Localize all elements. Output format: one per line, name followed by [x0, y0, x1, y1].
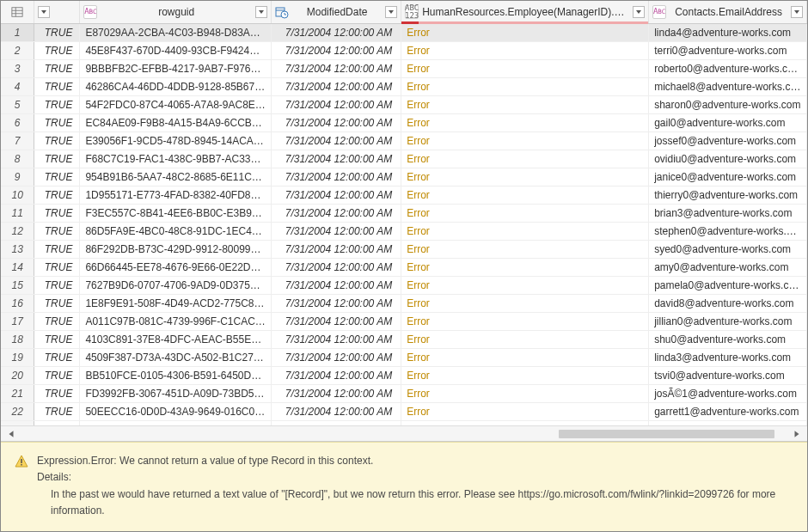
cell-email[interactable]: thierry0@adventure-works.com — [649, 186, 807, 204]
cell-modifieddate[interactable]: 7/31/2004 12:00:00 AM — [272, 366, 401, 384]
cell-bool[interactable]: TRUE — [34, 113, 80, 131]
cell-rowguid[interactable]: EC84AE09-F9B8-4A15-B4A9-6CCBAB919… — [80, 113, 272, 131]
cell-email[interactable]: garrett1@adventure-works.com — [649, 402, 807, 420]
cell-rowguid[interactable]: A011C97B-081C-4739-996F-C1CAC4532F… — [80, 312, 272, 330]
row-number-cell[interactable]: 20 — [1, 366, 34, 384]
cell-email[interactable]: brian3@adventure-works.com — [649, 204, 807, 222]
row-number-cell[interactable]: 15 — [1, 276, 34, 294]
cell-title[interactable]: Error — [401, 95, 649, 113]
cell-bool[interactable]: TRUE — [34, 348, 80, 366]
table-row[interactable]: 7TRUEE39056F1-9CD5-478D-8945-14ACA7FBD…7… — [1, 131, 807, 150]
row-number-cell[interactable]: 8 — [1, 150, 34, 168]
cell-email[interactable]: ovidiu0@adventure-works.com — [649, 150, 807, 168]
cell-bool[interactable]: TRUE — [34, 131, 80, 150]
row-number-cell[interactable]: 17 — [1, 312, 34, 330]
cell-email[interactable]: jossef0@adventure-works.com — [649, 131, 807, 150]
table-row[interactable]: 17TRUEA011C97B-081C-4739-996F-C1CAC4532F… — [1, 312, 807, 330]
table-row[interactable]: 8TRUEF68C7C19-FAC1-438C-9BB7-AC33FCC34…7… — [1, 150, 807, 168]
cell-title[interactable]: Error — [401, 258, 649, 276]
table-row[interactable]: 16TRUE1E8F9E91-508F-4D49-ACD2-775C836030… — [1, 294, 807, 312]
cell-bool[interactable]: TRUE — [34, 366, 80, 384]
cell-modifieddate[interactable]: 7/31/2004 12:00:00 AM — [272, 131, 401, 150]
row-number-cell[interactable]: 4 — [1, 77, 34, 95]
scroll-right-icon[interactable] — [790, 428, 804, 440]
cell-modifieddate[interactable]: 7/31/2004 12:00:00 AM — [272, 258, 401, 276]
cell-title[interactable]: Error — [401, 186, 649, 204]
cell-title[interactable]: Error — [401, 204, 649, 222]
cell-email[interactable]: pamela0@adventure-works.com — [649, 276, 807, 294]
filter-dropdown-icon[interactable] — [255, 6, 267, 18]
table-row[interactable]: 4TRUE46286CA4-46DD-4DDB-9128-85B67E98D…7… — [1, 77, 807, 95]
row-number-cell[interactable]: 6 — [1, 113, 34, 131]
cell-email[interactable]: linda3@adventure-works.com — [649, 348, 807, 366]
cell-rowguid[interactable]: F68C7C19-FAC1-438C-9BB7-AC33FCC34… — [80, 150, 272, 168]
cell-rowguid[interactable]: E39056F1-9CD5-478D-8945-14ACA7FBD… — [80, 131, 272, 150]
cell-email[interactable]: syed0@adventure-works.com — [649, 240, 807, 258]
cell-bool[interactable]: TRUE — [34, 41, 80, 59]
cell-rowguid[interactable]: FD3992FB-3067-451D-A09D-73BD53C0F… — [80, 384, 272, 402]
table-row[interactable]: 18TRUE4103C891-37E8-4DFC-AEAC-B55E2BC1B…… — [1, 330, 807, 348]
row-number-cell[interactable]: 5 — [1, 95, 34, 113]
cell-email[interactable]: terri0@adventure-works.com — [649, 41, 807, 59]
cell-rowguid[interactable]: 4509F387-D73A-43DC-A502-B1C27AA1D… — [80, 348, 272, 366]
cell-title[interactable]: Error — [401, 59, 649, 77]
cell-bool[interactable]: TRUE — [34, 150, 80, 168]
cell-modifieddate[interactable]: 7/31/2004 12:00:00 AM — [272, 23, 401, 41]
table-row[interactable]: 21TRUEFD3992FB-3067-451D-A09D-73BD53C0F…… — [1, 384, 807, 402]
scroll-thumb[interactable] — [559, 430, 774, 438]
cell-title[interactable]: Error — [401, 240, 649, 258]
cell-email[interactable]: michael8@adventure-works.com — [649, 77, 807, 95]
cell-rowguid[interactable]: 1D955171-E773-4FAD-8382-40FD898D5… — [80, 186, 272, 204]
cell-title[interactable]: Error — [401, 330, 649, 348]
filter-dropdown-icon[interactable] — [633, 6, 645, 18]
cell-modifieddate[interactable]: 7/31/2004 12:00:00 AM — [272, 150, 401, 168]
cell-title[interactable]: Error — [401, 384, 649, 402]
cell-email[interactable]: shu0@adventure-works.com — [649, 330, 807, 348]
cell-email[interactable]: gail0@adventure-works.com — [649, 113, 807, 131]
row-number-header[interactable] — [1, 1, 34, 23]
column-header-email[interactable]: ABC Contacts.EmailAddress — [649, 1, 806, 23]
table-row[interactable]: 12TRUE86D5FA9E-4BC0-48C8-91DC-1EC467418…… — [1, 222, 807, 240]
cell-modifieddate[interactable]: 7/31/2004 12:00:00 AM — [272, 59, 401, 77]
cell-bool[interactable]: TRUE — [34, 276, 80, 294]
table-row[interactable]: 3TRUE9BBBFB2C-EFBB-4217-9AB7-F976893288…… — [1, 59, 807, 77]
column-header-title[interactable]: ABC123 HumanResources.Employee(ManagerID… — [401, 1, 648, 23]
row-number-cell[interactable]: 22 — [1, 402, 34, 420]
cell-modifieddate[interactable]: 7/31/2004 12:00:00 AM — [272, 276, 401, 294]
row-number-cell[interactable]: 10 — [1, 186, 34, 204]
cell-bool[interactable]: TRUE — [34, 402, 80, 420]
table-row[interactable]: 13TRUE86F292DB-B73C-429D-9912-800994D80…… — [1, 240, 807, 258]
row-number-cell[interactable]: 9 — [1, 168, 34, 186]
table-row[interactable]: 2TRUE45E8F437-670D-4409-93CB-F9424A40D…7… — [1, 41, 807, 59]
cell-title[interactable]: Error — [401, 402, 649, 420]
cell-email[interactable]: jillian0@adventure-works.com — [649, 312, 807, 330]
row-number-cell[interactable]: 14 — [1, 258, 34, 276]
cell-email[interactable]: tsvi0@adventure-works.com — [649, 366, 807, 384]
table-row[interactable]: 14TRUE66D66445-EE78-4676-9E66-0E22D6109A… — [1, 258, 807, 276]
table-row[interactable]: 5TRUE54F2FDC0-87C4-4065-A7A8-9AC8EA624…7… — [1, 95, 807, 113]
cell-bool[interactable]: TRUE — [34, 77, 80, 95]
row-number-cell[interactable]: 18 — [1, 330, 34, 348]
cell-rowguid[interactable]: 86F292DB-B73C-429D-9912-800994D80… — [80, 240, 272, 258]
cell-title[interactable]: Error — [401, 168, 649, 186]
cell-bool[interactable]: TRUE — [34, 95, 80, 113]
cell-rowguid[interactable]: 46286CA4-46DD-4DDB-9128-85B67E98D… — [80, 77, 272, 95]
cell-title[interactable]: Error — [401, 41, 649, 59]
row-number-cell[interactable]: 16 — [1, 294, 34, 312]
cell-bool[interactable]: TRUE — [34, 258, 80, 276]
table-row[interactable]: 11TRUEF3EC557C-8B41-4EE6-BB0C-E3B93AFF81… — [1, 204, 807, 222]
cell-rowguid[interactable]: 9BBBFB2C-EFBB-4217-9AB7-F976893288… — [80, 59, 272, 77]
column-header-bool[interactable] — [34, 1, 79, 23]
cell-email[interactable]: david8@adventure-works.com — [649, 294, 807, 312]
cell-bool[interactable]: TRUE — [34, 59, 80, 77]
table-row[interactable]: 22TRUE50EECC16-0D0D-43A9-9649-016C06DE8…… — [1, 402, 807, 420]
cell-email[interactable]: amy0@adventure-works.com — [649, 258, 807, 276]
cell-bool[interactable]: TRUE — [34, 240, 80, 258]
cell-modifieddate[interactable]: 7/31/2004 12:00:00 AM — [272, 186, 401, 204]
table-row[interactable]: 15TRUE7627B9D6-0707-4706-9AD9-0D37506B0…… — [1, 276, 807, 294]
cell-title[interactable]: Error — [401, 366, 649, 384]
cell-bool[interactable]: TRUE — [34, 23, 80, 41]
cell-title[interactable]: Error — [401, 113, 649, 131]
table-row[interactable]: 9TRUE954B91B6-5AA7-48C2-8685-6E11C6E5C…7… — [1, 168, 807, 186]
cell-modifieddate[interactable]: 7/31/2004 12:00:00 AM — [272, 168, 401, 186]
